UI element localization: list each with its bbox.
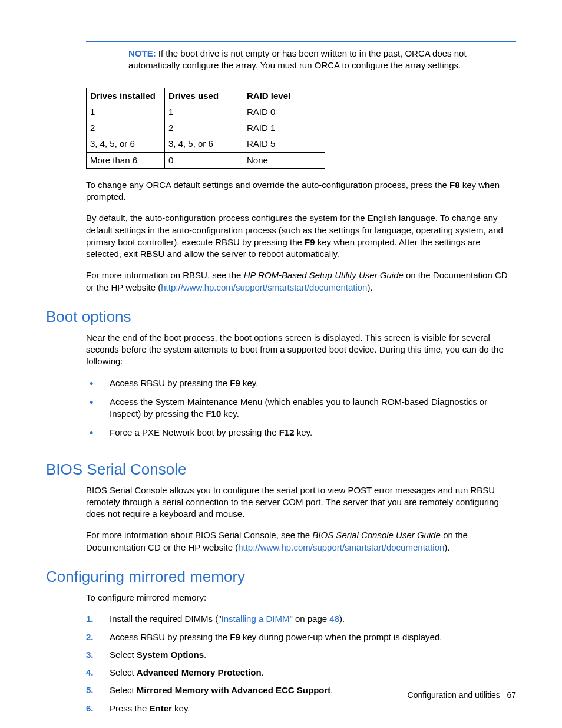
table-row: More than 6 0 None [87, 152, 325, 168]
heading-configuring-mirrored-memory: Configuring mirrored memory [46, 566, 516, 587]
cell: More than 6 [87, 152, 165, 168]
paragraph: To configure mirrored memory: [86, 592, 516, 604]
step-item: Press the Enter key. [86, 703, 516, 720]
step-item: Select System Options. [86, 649, 516, 667]
cell: 0 [165, 152, 243, 168]
paragraph: By default, the auto-configuration proce… [86, 212, 516, 260]
list-item: Access RBSU by pressing the F9 key. [86, 377, 516, 396]
paragraph: For more information on RBSU, see the HP… [86, 269, 516, 294]
cell: 1 [87, 104, 165, 120]
key-f9: F9 [230, 632, 240, 642]
list-item: Force a PXE Network boot by pressing the… [86, 427, 516, 446]
key-enter: Enter [150, 703, 172, 713]
cell: 2 [87, 120, 165, 136]
hp-docs-link[interactable]: http://www.hp.com/support/smartstart/doc… [238, 542, 444, 552]
cell: None [243, 152, 325, 168]
guide-title: HP ROM-Based Setup Utility User Guide [244, 270, 404, 280]
hp-docs-link[interactable]: http://www.hp.com/support/smartstart/doc… [161, 282, 367, 292]
cell: RAID 1 [243, 120, 325, 136]
guide-title: BIOS Serial Console User Guide [312, 530, 441, 540]
step-item: Install the required DIMMs ("Installing … [86, 613, 516, 631]
menu-mirrored-memory-ecc: Mirrored Memory with Advanced ECC Suppor… [137, 685, 330, 695]
raid-table: Drives installed Drives used RAID level … [86, 88, 325, 169]
note-label: NOTE: [128, 48, 156, 58]
cell: 2 [165, 120, 243, 136]
heading-bios-serial-console: BIOS Serial Console [46, 459, 516, 480]
page: NOTE: If the boot drive is not empty or … [0, 0, 562, 728]
installing-dimm-link[interactable]: Installing a DIMM [222, 614, 290, 624]
cell: 3, 4, 5, or 6 [87, 136, 165, 152]
key-f9: F9 [230, 378, 240, 388]
key-f9: F9 [305, 237, 315, 247]
paragraph: BIOS Serial Console allows you to config… [86, 485, 516, 521]
table-header-row: Drives installed Drives used RAID level [87, 88, 325, 104]
paragraph: For more information about BIOS Serial C… [86, 529, 516, 554]
key-f10: F10 [206, 409, 221, 419]
key-f8: F8 [449, 180, 460, 190]
th-raid-level: RAID level [243, 88, 325, 104]
mirrored-memory-steps: Install the required DIMMs ("Installing … [86, 613, 516, 720]
step-item: Select Advanced Memory Protection. [86, 667, 516, 684]
heading-boot-options: Boot options [46, 307, 516, 327]
menu-advanced-memory-protection: Advanced Memory Protection [137, 667, 262, 677]
paragraph: Near the end of the boot process, the bo… [86, 332, 516, 368]
cell: 3, 4, 5, or 6 [165, 136, 243, 152]
note-box: NOTE: If the boot drive is not empty or … [86, 41, 516, 78]
note-text: If the boot drive is not empty or has be… [128, 48, 467, 70]
th-drives-installed: Drives installed [87, 88, 165, 104]
page-footer: Configuration and utilities 67 [408, 690, 516, 701]
cell: RAID 5 [243, 136, 325, 152]
table-row: 1 1 RAID 0 [87, 104, 325, 120]
boot-options-list: Access RBSU by pressing the F9 key. Acce… [86, 377, 516, 446]
th-drives-used: Drives used [165, 88, 243, 104]
cell: RAID 0 [243, 104, 325, 120]
footer-section: Configuration and utilities [408, 690, 500, 700]
cell: 1 [165, 104, 243, 120]
table-row: 3, 4, 5, or 6 3, 4, 5, or 6 RAID 5 [87, 136, 325, 152]
footer-page-number: 67 [507, 690, 516, 700]
table-row: 2 2 RAID 1 [87, 120, 325, 136]
step-item: Access RBSU by pressing the F9 key durin… [86, 631, 516, 649]
paragraph: To change any ORCA default settings and … [86, 179, 516, 203]
page-ref-link[interactable]: 48 [329, 614, 339, 624]
menu-system-options: System Options [137, 650, 204, 660]
key-f12: F12 [279, 427, 295, 437]
list-item: Access the System Maintenance Menu (whic… [86, 396, 516, 427]
